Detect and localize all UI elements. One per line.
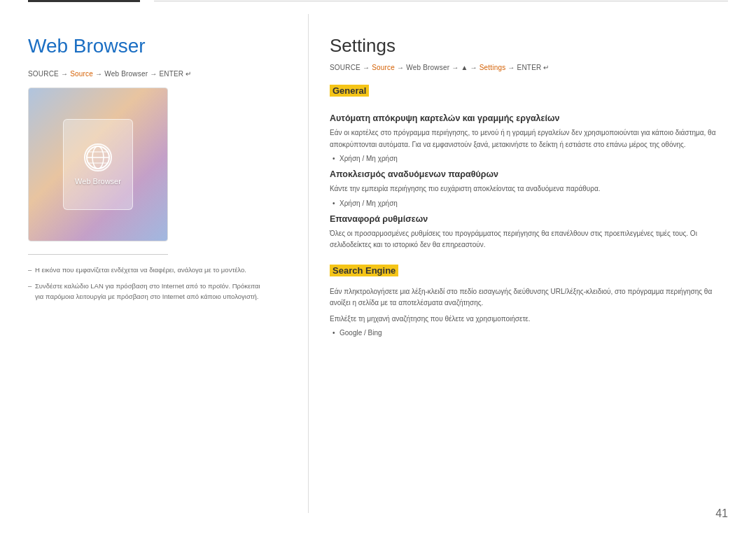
notes-section: Η εικόνα που εμφανίζεται ενδέχεται να δι… xyxy=(28,265,266,302)
search-engine-section: Search Engine Εάν πληκτρολογήσετε μια λέ… xyxy=(330,264,728,337)
search-engine-body-1: Εάν πληκτρολογήσετε μια λέξη-κλειδί στο … xyxy=(330,286,728,309)
note-1: Η εικόνα που εμφανίζεται ενδέχεται να δι… xyxy=(28,265,266,275)
search-engine-heading: Search Engine xyxy=(330,265,398,276)
top-light-line xyxy=(154,1,728,1)
subsection-title-2: Αποκλεισμός αναδυόμενων παραθύρων xyxy=(330,169,728,179)
bullet-1-1: Χρήση / Μη χρήση xyxy=(330,155,728,162)
subsection-title-1: Αυτόματη απόκρυψη καρτελών και γραμμής ε… xyxy=(330,113,728,123)
breadcrumb-left: SOURCE → Source → Web Browser → ENTER ↵ xyxy=(28,70,266,78)
breadcrumb-right-source-link: Source xyxy=(372,64,395,71)
breadcrumb-right-prefix: SOURCE → xyxy=(330,64,372,71)
browser-image-bg: Web Browser xyxy=(29,88,167,241)
breadcrumb-right-suffix: → ENTER ↵ xyxy=(505,64,549,71)
divider-line xyxy=(28,254,168,255)
subsection-body-1: Εάν οι καρτέλες στο πρόγραμμα περιήγησης… xyxy=(330,127,728,150)
breadcrumb-right-middle: → Web Browser → ▲ → xyxy=(395,64,479,71)
column-divider xyxy=(308,14,309,513)
top-decorative-lines xyxy=(0,0,756,4)
general-heading: General xyxy=(330,85,369,97)
left-column: Web Browser SOURCE → Source → Web Browse… xyxy=(28,14,294,513)
browser-card-label: Web Browser xyxy=(75,177,121,185)
note-2: Συνδέστε καλώδιο LAN για πρόσβαση στο In… xyxy=(28,281,266,302)
search-engine-body-2: Επιλέξτε τη μηχανή αναζήτησης που θέλετε… xyxy=(330,314,728,325)
settings-title: Settings xyxy=(330,35,728,57)
top-dark-line xyxy=(28,0,140,2)
right-column: Settings SOURCE → Source → Web Browser →… xyxy=(323,14,728,513)
bullet-2-1: Χρήση / Μη χρήση xyxy=(330,199,728,207)
browser-card: Web Browser xyxy=(63,119,133,210)
search-engine-bullet-1: Google / Bing xyxy=(330,329,728,337)
page-title: Web Browser xyxy=(28,35,266,57)
browser-image-container: Web Browser xyxy=(28,87,168,241)
subsection-body-2: Κάντε την εμπειρία περιήγησης πιο ευχάρι… xyxy=(330,183,728,195)
breadcrumb-right-settings-link: Settings xyxy=(479,64,506,71)
globe-icon xyxy=(84,143,112,171)
breadcrumb-source-link: Source xyxy=(70,70,93,78)
subsection-title-3: Επαναφορά ρυθμίσεων xyxy=(330,214,728,224)
page-number: 41 xyxy=(715,507,728,520)
breadcrumb-right: SOURCE → Source → Web Browser → ▲ → Sett… xyxy=(330,64,728,71)
subsection-body-3: Όλες οι προσαρμοσμένες ρυθμίσεις του προ… xyxy=(330,228,728,251)
breadcrumb-prefix: SOURCE → xyxy=(28,70,70,78)
breadcrumb-middle-left: → Web Browser → ENTER ↵ xyxy=(93,70,191,78)
